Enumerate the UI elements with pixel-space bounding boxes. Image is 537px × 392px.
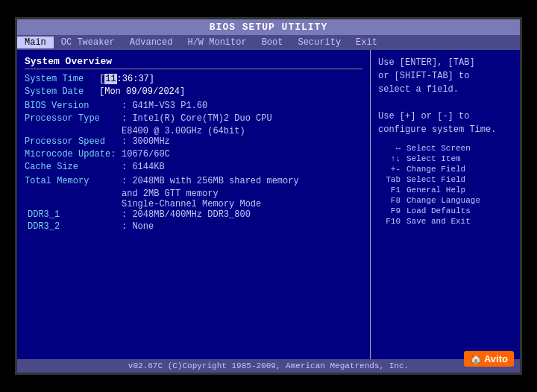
key-f10-desc: Save and Exit — [406, 217, 471, 226]
key-tab-desc: Select Field — [406, 175, 465, 184]
avito-icon: 🏠 — [470, 353, 484, 364]
microcode-label: Microcode Update: — [25, 149, 122, 159]
help-line-3: select a field. — [378, 83, 512, 96]
key-arrows-desc: Select Screen — [406, 144, 471, 153]
processor-speed-row: Processor Speed : 3000MHz — [25, 136, 362, 147]
key-f9: F9 — [378, 206, 401, 215]
menu-item-security[interactable]: Security — [290, 37, 348, 48]
time-highlight: 11 — [104, 74, 116, 84]
menu-bar: Main OC Tweaker Advanced H/W Monitor Boo… — [17, 35, 520, 50]
ddr3-2-row: DDR3_2 : None — [25, 221, 362, 232]
content-area: System Overview System Time [11:36:37] S… — [17, 50, 520, 359]
key-arrows: ↔ — [378, 144, 401, 153]
menu-item-octweaker[interactable]: OC Tweaker — [54, 37, 122, 48]
key-row-plusminus: +- Change Field — [378, 165, 512, 174]
key-row-arrows: ↔ Select Screen — [378, 144, 512, 153]
help-line-5: Use [+] or [-] to — [378, 110, 512, 123]
key-row-f9: F9 Load Defaults — [378, 206, 512, 215]
key-row-tab: Tab Select Field — [378, 175, 512, 184]
help-line-2: or [SHIFT-TAB] to — [378, 69, 512, 83]
processor-type-value: : Intel(R) Core(TM)2 Duo CPU — [122, 113, 272, 124]
menu-item-exit[interactable]: Exit — [348, 37, 385, 48]
key-updown-desc: Select Item — [406, 154, 461, 163]
section-title: System Overview — [25, 56, 362, 69]
bios-title: BIOS SETUP UTILITY — [17, 19, 520, 35]
processor-type-row: Processor Type : Intel(R) Core(TM)2 Duo … — [25, 113, 362, 124]
system-date-label: System Date — [25, 86, 99, 97]
bios-screen: BIOS SETUP UTILITY Main OC Tweaker Advan… — [15, 17, 522, 375]
key-help-section: ↔ Select Screen ↑↓ Select Item +- Change… — [378, 144, 512, 226]
processor-type-label: Processor Type — [25, 113, 122, 124]
avito-label: Avito — [484, 353, 508, 364]
total-memory-label: Total Memory — [25, 176, 122, 186]
cache-size-value: : 6144KB — [122, 162, 165, 172]
system-time-row: System Time [11:36:37] — [25, 74, 362, 84]
key-f9-desc: Load Defaults — [406, 206, 471, 215]
key-tab: Tab — [378, 175, 401, 184]
ddr3-1-row: DDR3_1 : 2048MB/400MHz DDR3_800 — [25, 209, 362, 220]
key-row-f10: F10 Save and Exit — [378, 217, 512, 226]
help-line-6: configure system Time. — [378, 123, 512, 136]
key-f1: F1 — [378, 186, 401, 195]
key-plusminus-desc: Change Field — [406, 165, 465, 174]
total-memory-value: : 2048MB with 256MB shared memory — [122, 176, 299, 186]
help-text: Use [ENTER], [TAB] or [SHIFT-TAB] to sel… — [378, 56, 512, 136]
key-f8-desc: Change Language — [406, 196, 480, 205]
system-time-label: System Time — [25, 74, 99, 84]
system-date-value[interactable]: [Mon 09/09/2024] — [99, 86, 185, 97]
key-row-f8: F8 Change Language — [378, 196, 512, 205]
system-time-value[interactable]: [11:36:37] — [99, 74, 154, 84]
avito-badge: 🏠 Avito — [464, 351, 514, 367]
footer-bar: v02.67C (C)Copyright 1985-2009, American… — [17, 359, 520, 373]
ddr3-2-label: DDR3_2 — [25, 221, 122, 232]
key-plusminus: +- — [378, 165, 401, 174]
system-date-row: System Date [Mon 09/09/2024] — [25, 86, 362, 97]
bios-version-label: BIOS Version — [25, 101, 122, 111]
ddr3-2-value: : None — [122, 221, 154, 232]
bios-version-row: BIOS Version : G41M-VS3 P1.60 — [25, 101, 362, 111]
processor-speed-label: Processor Speed — [25, 136, 122, 147]
processor-speed-value: : 3000MHz — [122, 136, 170, 147]
memory-line3: Single-Channel Memory Mode — [122, 199, 362, 209]
cache-size-label: Cache Size — [25, 162, 122, 172]
menu-item-main[interactable]: Main — [17, 37, 54, 48]
menu-item-hwmonitor[interactable]: H/W Monitor — [180, 37, 254, 48]
bios-version-value: : G41M-VS3 P1.60 — [122, 101, 207, 111]
ddr3-1-value: : 2048MB/400MHz DDR3_800 — [122, 209, 251, 220]
total-memory-row: Total Memory : 2048MB with 256MB shared … — [25, 176, 362, 186]
menu-item-advanced[interactable]: Advanced — [122, 37, 180, 48]
key-f10: F10 — [378, 217, 401, 226]
key-updown: ↑↓ — [378, 154, 401, 163]
left-panel: System Overview System Time [11:36:37] S… — [17, 50, 371, 359]
key-f8: F8 — [378, 196, 401, 205]
ddr3-1-label: DDR3_1 — [25, 209, 122, 220]
time-rest: :36:37] — [117, 74, 154, 84]
help-line-1: Use [ENTER], [TAB] — [378, 56, 512, 69]
key-f1-desc: General Help — [406, 186, 465, 195]
right-panel: Use [ENTER], [TAB] or [SHIFT-TAB] to sel… — [371, 50, 520, 359]
help-line-4 — [378, 96, 512, 110]
microcode-row: Microcode Update: 10676/60C — [25, 149, 362, 159]
processor-type-extra: E8400 @ 3.00GHz (64bit) — [122, 126, 362, 136]
memory-line2: and 2MB GTT memory — [122, 189, 362, 199]
key-row-updown: ↑↓ Select Item — [378, 154, 512, 163]
key-row-f1: F1 General Help — [378, 186, 512, 195]
microcode-value: 10676/60C — [122, 149, 170, 159]
cache-size-row: Cache Size : 6144KB — [25, 162, 362, 172]
menu-item-boot[interactable]: Boot — [254, 37, 291, 48]
